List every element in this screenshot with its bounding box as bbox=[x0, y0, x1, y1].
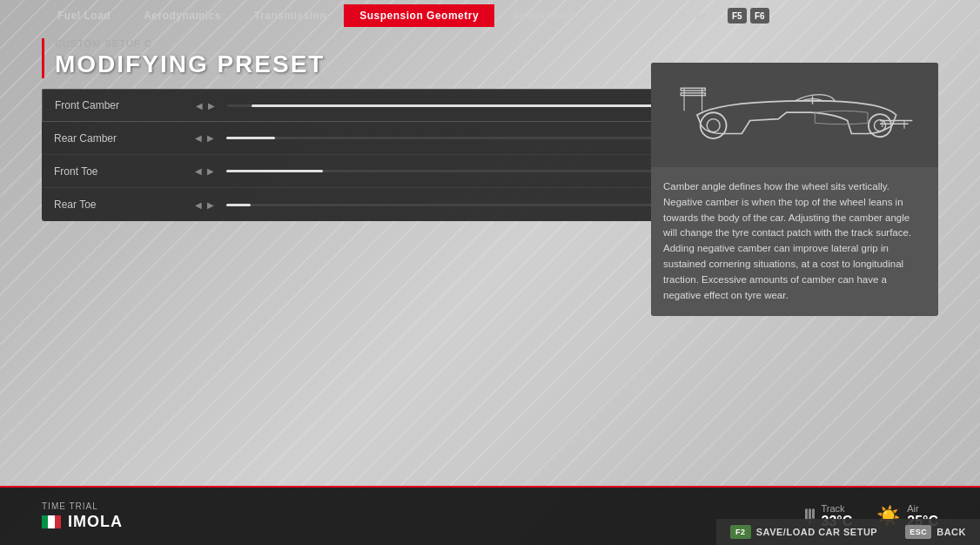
tab-suspension[interactable]: Suspension bbox=[496, 4, 591, 27]
controls-rear-toe: ◀ ▶ bbox=[193, 199, 219, 210]
save-load-button[interactable]: F2 SAVE/LOAD CAR SETUP bbox=[716, 519, 891, 545]
top-navigation: Fuel Load Aerodynamics Transmission Susp… bbox=[0, 0, 980, 31]
track-name-text: IMOLA bbox=[68, 513, 123, 531]
back-button[interactable]: Esc BACK bbox=[891, 519, 980, 545]
tab-brakes[interactable]: Brakes bbox=[593, 4, 661, 27]
controls-front-camber: ◀ ▶ bbox=[194, 100, 220, 111]
arrow-left-front-toe[interactable]: ◀ bbox=[193, 166, 204, 177]
tab-suspension-geometry[interactable]: Suspension Geometry bbox=[344, 4, 494, 27]
arrow-left-front-camber[interactable]: ◀ bbox=[194, 100, 205, 111]
main-content: Fuel Load Aerodynamics Transmission Susp… bbox=[0, 0, 980, 545]
info-panel: Camber angle defines how the wheel sits … bbox=[651, 63, 938, 316]
slider-front-camber[interactable] bbox=[227, 104, 709, 107]
label-front-toe: Front Toe bbox=[54, 165, 193, 178]
arrow-left-rear-toe[interactable]: ◀ bbox=[193, 199, 204, 210]
arrow-right-rear-toe[interactable]: ▶ bbox=[205, 199, 216, 210]
back-label: BACK bbox=[936, 527, 966, 537]
slider-rear-camber[interactable] bbox=[226, 137, 710, 139]
tab-tyres[interactable]: Tyres bbox=[663, 4, 724, 27]
arrow-right-front-toe[interactable]: ▶ bbox=[205, 166, 216, 177]
controls-rear-camber: ◀ ▶ bbox=[193, 133, 219, 144]
track-temp-label: Track bbox=[822, 503, 853, 514]
bottom-actions: F2 SAVE/LOAD CAR SETUP Esc BACK bbox=[716, 519, 980, 545]
arrow-right-rear-camber[interactable]: ▶ bbox=[205, 133, 216, 144]
svg-rect-15 bbox=[48, 515, 55, 528]
air-temp-label: Air bbox=[907, 503, 938, 514]
label-front-camber: Front Camber bbox=[55, 99, 194, 111]
f6-badge: F6 bbox=[750, 8, 769, 24]
label-rear-toe: Rear Toe bbox=[54, 198, 193, 211]
slider-rear-toe[interactable] bbox=[226, 204, 710, 206]
f5-badge: F5 bbox=[728, 8, 747, 24]
mode-label: Time Trial bbox=[42, 501, 123, 511]
info-description: Camber angle defines how the wheel sits … bbox=[651, 167, 938, 316]
arrow-left-rear-camber[interactable]: ◀ bbox=[193, 133, 204, 144]
save-load-label: SAVE/LOAD CAR SETUP bbox=[756, 527, 877, 537]
svg-point-12 bbox=[874, 120, 885, 131]
label-rear-camber: Rear Camber bbox=[54, 132, 193, 145]
esc-key-badge: Esc bbox=[905, 525, 931, 539]
tab-aerodynamics[interactable]: Aerodynamics bbox=[128, 4, 237, 27]
bottom-left: Time Trial IMOLA bbox=[42, 501, 123, 531]
controls-front-toe: ◀ ▶ bbox=[193, 166, 219, 177]
car-illustration bbox=[651, 63, 938, 167]
svg-point-11 bbox=[869, 114, 891, 137]
italy-flag-icon bbox=[42, 515, 61, 528]
f2-key-badge: F2 bbox=[730, 525, 751, 539]
track-name: IMOLA bbox=[42, 513, 123, 531]
arrow-right-front-camber[interactable]: ▶ bbox=[206, 100, 217, 111]
slider-front-toe[interactable] bbox=[226, 170, 710, 172]
tab-transmission[interactable]: Transmission bbox=[238, 4, 342, 27]
tab-fuel-load[interactable]: Fuel Load bbox=[42, 4, 126, 27]
svg-point-4 bbox=[701, 112, 727, 138]
preset-label: Custom Setup C bbox=[55, 38, 938, 49]
svg-rect-14 bbox=[42, 515, 48, 528]
svg-rect-16 bbox=[55, 515, 61, 528]
svg-point-5 bbox=[707, 119, 720, 132]
